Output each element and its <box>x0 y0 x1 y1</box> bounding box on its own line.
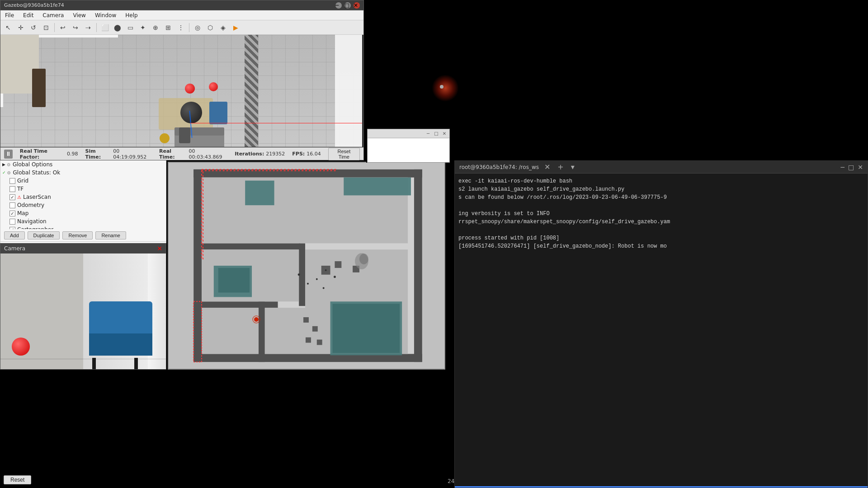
tool-record[interactable]: ⬡ <box>204 22 216 33</box>
add-button[interactable]: Add <box>4 231 25 239</box>
toolbar-sep-3 <box>189 23 189 32</box>
camera-viewport[interactable] <box>0 253 166 369</box>
tree-item-navigation[interactable]: Navigation <box>0 217 166 225</box>
tree-item-global-status[interactable]: ✓ ⚙ Global Status: Ok <box>0 169 166 177</box>
small-floating-window: ─ □ ✕ <box>367 129 450 163</box>
tool-undo[interactable]: ↩ <box>57 22 69 33</box>
menu-help[interactable]: Help <box>121 10 142 20</box>
terminal-new-tab-btn[interactable]: + <box>556 163 565 171</box>
checkbox-navigation[interactable] <box>9 219 15 225</box>
terminal-close-btn[interactable]: ✕ <box>858 164 863 171</box>
menu-edit[interactable]: Edit <box>19 10 38 20</box>
label-map: Map <box>17 210 28 216</box>
red-ball-camera <box>12 338 30 356</box>
checkbox-grid[interactable] <box>9 178 15 184</box>
stripe-col-1 <box>245 35 258 147</box>
menu-camera[interactable]: Camera <box>38 10 68 20</box>
tool-cube[interactable]: ⬜ <box>99 22 111 33</box>
small-window-minimize[interactable]: ─ <box>425 131 431 137</box>
terminal-add-tab-btn[interactable]: ✕ <box>542 163 552 171</box>
camera-panel: Camera ✕ <box>0 243 166 370</box>
gazebo-viewport[interactable] <box>0 35 362 147</box>
tool-axis[interactable]: ⊕ <box>150 22 161 33</box>
tree-item-map[interactable]: ✓ Map <box>0 209 166 217</box>
tree-item-laserscan[interactable]: ✓ ⚠ LaserScan <box>0 193 166 201</box>
tree-item-tf[interactable]: TF <box>0 185 166 193</box>
fps-label: FPS: <box>292 151 305 157</box>
small-window-content <box>368 138 449 162</box>
tool-cam-icon[interactable]: ◎ <box>192 22 203 33</box>
terminal-maximize-btn[interactable]: □ <box>848 164 854 171</box>
svg-point-32 <box>359 253 368 264</box>
svg-point-35 <box>298 273 300 276</box>
terminal-minimize-btn[interactable]: ─ <box>841 164 844 171</box>
svg-point-38 <box>334 276 336 278</box>
cursor-dot <box>440 85 443 89</box>
menu-window[interactable]: Window <box>90 10 121 20</box>
tool-scale[interactable]: ⊡ <box>40 22 52 33</box>
svg-rect-7 <box>202 301 278 308</box>
svg-rect-18 <box>218 268 250 293</box>
svg-point-39 <box>307 283 309 285</box>
tool-light[interactable]: ✦ <box>137 22 149 33</box>
term-line-5: ing verbosity is set to INFO <box>458 210 864 218</box>
rtf-value: 0.98 <box>67 151 78 157</box>
remove-button[interactable]: Remove <box>62 231 93 239</box>
svg-rect-13 <box>202 308 259 354</box>
svg-rect-6 <box>202 243 300 249</box>
small-window-maximize[interactable]: □ <box>433 131 439 137</box>
map-window[interactable] <box>168 162 445 370</box>
fps-value: 16.04 <box>307 151 321 157</box>
checkbox-odometry[interactable] <box>9 202 15 208</box>
svg-rect-15 <box>245 181 274 206</box>
tree-item-global-options[interactable]: ▶ ⚙ Global Options <box>0 160 166 169</box>
gazebo-minimize-btn[interactable]: ─ <box>335 2 342 9</box>
checkbox-map[interactable]: ✓ <box>9 211 15 216</box>
camera-title: Camera <box>4 245 25 252</box>
label-odometry: Odometry <box>17 202 44 208</box>
gazebo-close-btn[interactable]: ✕ <box>354 2 360 9</box>
icon-global: ⚙ <box>7 162 11 167</box>
svg-rect-25 <box>312 326 318 332</box>
fps-item: FPS: 16.04 <box>292 151 321 157</box>
reset-time-btn[interactable]: Reset Time <box>328 148 360 160</box>
checkbox-laserscan[interactable]: ✓ <box>9 194 15 200</box>
tool-move[interactable]: ✛ <box>15 22 27 33</box>
gazebo-menubar: File Edit Camera View Window Help <box>0 10 363 20</box>
svg-point-33 <box>254 317 259 322</box>
small-window-close[interactable]: ✕ <box>441 131 448 137</box>
tool-redo[interactable]: ↪ <box>70 22 81 33</box>
tool-align[interactable]: ⋮ <box>175 22 187 33</box>
menu-view[interactable]: View <box>68 10 90 20</box>
duplicate-button[interactable]: Duplicate <box>28 231 60 239</box>
tree-item-grid[interactable]: Grid <box>0 177 166 185</box>
sim-time-value: 00 04:19:09.952 <box>113 148 152 160</box>
rename-button[interactable]: Rename <box>95 231 126 239</box>
pause-btn[interactable]: ⏸ <box>4 150 13 159</box>
camera-close-btn[interactable]: ✕ <box>157 245 162 252</box>
gazebo-maximize-btn[interactable]: □ <box>344 2 351 9</box>
gazebo-statusbar: ⏸ Real Time Factor: 0.98 Sim Time: 00 04… <box>0 147 363 160</box>
iter-value: 219352 <box>266 151 285 157</box>
terminal-dropdown-btn[interactable]: ▾ <box>569 163 576 171</box>
tool-graph[interactable]: ◈ <box>217 22 229 33</box>
checkbox-tf[interactable] <box>9 186 15 192</box>
menu-file[interactable]: File <box>0 10 19 20</box>
tool-sphere[interactable]: ⬤ <box>112 22 123 33</box>
tool-rotate[interactable]: ↺ <box>28 22 39 33</box>
label-laserscan: LaserScan <box>23 194 51 200</box>
gazebo-window: Gazebo@9360a5b1fe74 ─ □ ✕ File Edit Came… <box>0 0 364 160</box>
terminal-content[interactable]: exec -it kaiaai-ros-dev-humble bash s2 l… <box>455 174 868 488</box>
label-global-options: Global Options <box>13 161 52 168</box>
tool-cylinder[interactable]: ▭ <box>124 22 136 33</box>
tool-grid2[interactable]: ⊞ <box>162 22 174 33</box>
floor-bg <box>0 253 83 369</box>
tree-item-odometry[interactable]: Odometry <box>0 201 166 209</box>
reset-button[interactable]: Reset <box>4 475 31 484</box>
svg-rect-27 <box>317 340 322 345</box>
svg-rect-24 <box>303 317 309 323</box>
tool-arrow[interactable]: ↖ <box>2 22 14 33</box>
gazebo-title: Gazebo@9360a5b1fe74 <box>4 2 64 8</box>
tool-video[interactable]: ▶ <box>230 22 241 33</box>
tool-extra[interactable]: ⇢ <box>82 22 94 33</box>
